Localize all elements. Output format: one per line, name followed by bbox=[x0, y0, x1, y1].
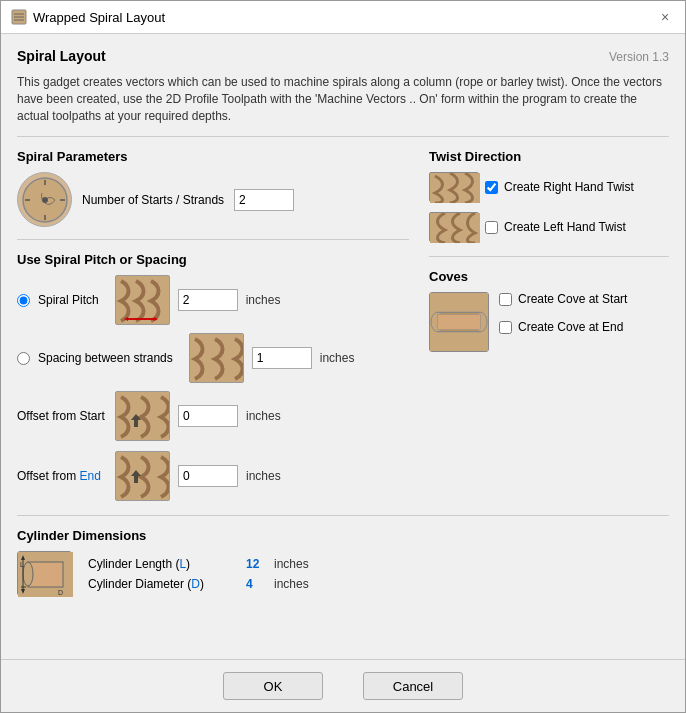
spacing-radio[interactable] bbox=[17, 352, 30, 365]
right-column: Twist Direction Create Right Hand Twist bbox=[429, 149, 669, 511]
offset-end-label: Offset from End bbox=[17, 469, 107, 483]
spiral-pitch-radio[interactable] bbox=[17, 294, 30, 307]
spacing-label: Spacing between strands bbox=[38, 351, 173, 365]
spiral-clock-icon bbox=[17, 172, 72, 227]
right-hand-label: Create Right Hand Twist bbox=[504, 180, 634, 194]
spacing-units: inches bbox=[320, 351, 355, 365]
cylinder-section: Cylinder Dimensions L bbox=[17, 515, 669, 596]
cove-end-row: Create Cove at End bbox=[499, 320, 627, 334]
right-hand-icon bbox=[429, 172, 479, 202]
content-area: Spiral Layout Version 1.3 This gadget cr… bbox=[1, 34, 685, 659]
offset-end-icon bbox=[115, 451, 170, 501]
svg-point-31 bbox=[23, 562, 33, 586]
offset-end-input[interactable] bbox=[178, 465, 238, 487]
cove-start-checkbox[interactable] bbox=[499, 293, 512, 306]
spacing-row: Spacing between strands inches bbox=[17, 333, 409, 383]
offset-end-row: Offset from End bbox=[17, 451, 409, 501]
spiral-params-title: Spiral Parameters bbox=[17, 149, 409, 164]
twist-title: Twist Direction bbox=[429, 149, 669, 164]
offset-end-svg bbox=[116, 452, 170, 501]
section-title: Spiral Layout bbox=[17, 48, 106, 64]
ok-button[interactable]: OK bbox=[223, 672, 323, 700]
main-columns: Spiral Parameters bbox=[17, 149, 669, 511]
cancel-button[interactable]: Cancel bbox=[363, 672, 463, 700]
offset-start-icon bbox=[115, 391, 170, 441]
cylinder-icon: L D bbox=[17, 551, 72, 596]
spiral-pitch-icon bbox=[115, 275, 170, 325]
left-hand-label: Create Left Hand Twist bbox=[504, 220, 626, 234]
spiral-pitch-input[interactable] bbox=[178, 289, 238, 311]
coves-checkboxes: Create Cove at Start Create Cove at End bbox=[499, 292, 627, 340]
cylinder-length-units: inches bbox=[274, 557, 309, 571]
starts-row: Number of Starts / Strands bbox=[17, 172, 409, 227]
cove-end-checkbox[interactable] bbox=[499, 321, 512, 334]
offset-start-units: inches bbox=[246, 409, 281, 423]
cylinder-length-label: Cylinder Length (L) bbox=[88, 557, 238, 571]
cylinder-svg: L D bbox=[18, 552, 73, 597]
svg-text:D: D bbox=[58, 589, 63, 596]
left-hand-checkbox[interactable] bbox=[485, 221, 498, 234]
spiral-pitch-label: Spiral Pitch bbox=[38, 293, 99, 307]
cylinder-diameter-row: Cylinder Diameter (D) 4 inches bbox=[88, 577, 309, 591]
starts-label: Number of Starts / Strands bbox=[82, 193, 224, 207]
cylinder-length-row: Cylinder Length (L) 12 inches bbox=[88, 557, 309, 571]
svg-rect-26 bbox=[438, 315, 481, 330]
pitch-icon-svg bbox=[116, 276, 170, 325]
offset-start-label: Offset from Start bbox=[17, 409, 107, 423]
cylinder-diameter-units: inches bbox=[274, 577, 309, 591]
window-icon bbox=[11, 9, 27, 25]
pitch-units: inches bbox=[246, 293, 281, 307]
offset-end-units: inches bbox=[246, 469, 281, 483]
close-button[interactable]: × bbox=[655, 7, 675, 27]
spacing-input[interactable] bbox=[252, 347, 312, 369]
end-blue: End bbox=[79, 469, 100, 483]
coves-section: Create Cove at Start Create Cove at End bbox=[429, 292, 669, 352]
offset-section: Offset from Start bbox=[17, 391, 409, 501]
description-text: This gadget creates vectors which can be… bbox=[17, 74, 669, 137]
pitch-spacing-title: Use Spiral Pitch or Spacing bbox=[17, 252, 409, 267]
title-bar: Wrapped Spiral Layout × bbox=[1, 1, 685, 34]
offset-start-row: Offset from Start bbox=[17, 391, 409, 441]
left-column: Spiral Parameters bbox=[17, 149, 409, 511]
divider-2 bbox=[429, 256, 669, 257]
cylinder-diameter-label: Cylinder Diameter (D) bbox=[88, 577, 238, 591]
cove-svg bbox=[430, 292, 488, 352]
button-bar: OK Cancel bbox=[1, 659, 685, 712]
right-hand-row: Create Right Hand Twist bbox=[429, 172, 669, 202]
cylinder-diameter-value: 4 bbox=[246, 577, 266, 591]
left-twist-svg bbox=[430, 213, 480, 243]
version-label: Version 1.3 bbox=[609, 50, 669, 64]
cove-start-row: Create Cove at Start bbox=[499, 292, 627, 306]
cylinder-length-value: 12 bbox=[246, 557, 266, 571]
svg-text:L: L bbox=[20, 561, 24, 568]
spiral-pitch-row: Spiral Pitch bbox=[17, 275, 409, 325]
offset-start-svg bbox=[116, 392, 170, 441]
title-bar-left: Wrapped Spiral Layout bbox=[11, 9, 165, 25]
cylinder-title: Cylinder Dimensions bbox=[17, 528, 669, 543]
cove-icon bbox=[429, 292, 489, 352]
cylinder-fields: Cylinder Length (L) 12 inches Cylinder D… bbox=[88, 557, 309, 591]
spacing-icon bbox=[189, 333, 244, 383]
coves-title: Coves bbox=[429, 269, 669, 284]
right-hand-checkbox[interactable] bbox=[485, 181, 498, 194]
spacing-icon-svg bbox=[190, 334, 244, 383]
offset-start-input[interactable] bbox=[178, 405, 238, 427]
divider-1 bbox=[17, 239, 409, 240]
right-twist-svg bbox=[430, 173, 480, 203]
left-hand-icon bbox=[429, 212, 479, 242]
clock-svg bbox=[20, 175, 70, 225]
cove-start-label: Create Cove at Start bbox=[518, 292, 627, 306]
left-hand-row: Create Left Hand Twist bbox=[429, 212, 669, 242]
cove-end-label: Create Cove at End bbox=[518, 320, 623, 334]
main-window: Wrapped Spiral Layout × Spiral Layout Ve… bbox=[0, 0, 686, 713]
starts-input[interactable] bbox=[234, 189, 294, 211]
cylinder-content: L D Cylinder Length (L) 12 inches Cylind… bbox=[17, 551, 669, 596]
window-title: Wrapped Spiral Layout bbox=[33, 10, 165, 25]
